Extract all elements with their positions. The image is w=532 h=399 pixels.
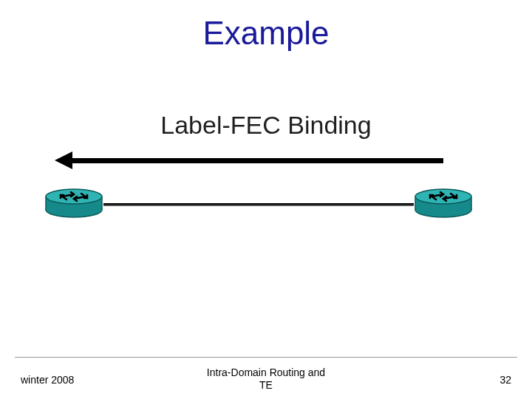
footer-divider bbox=[15, 357, 517, 358]
router-right bbox=[414, 188, 473, 219]
router-top-icon bbox=[46, 189, 102, 204]
footer-page-number: 32 bbox=[499, 374, 511, 386]
footer-center-text: Intra-Domain Routing and TE bbox=[0, 366, 532, 392]
router-left bbox=[44, 188, 103, 219]
binding-label: Label-FEC Binding bbox=[0, 111, 532, 140]
binding-arrow bbox=[59, 151, 473, 169]
router-icon bbox=[414, 188, 473, 219]
router-icon bbox=[44, 188, 103, 219]
router-top-icon bbox=[415, 189, 471, 204]
arrow-shaft bbox=[69, 158, 443, 163]
slide-title: Example bbox=[0, 15, 532, 52]
link-line bbox=[103, 203, 414, 205]
